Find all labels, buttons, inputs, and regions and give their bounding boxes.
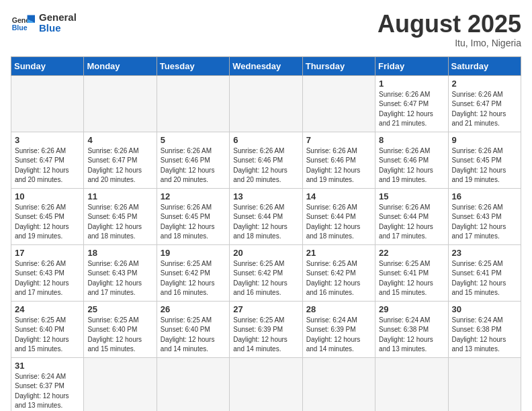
calendar-cell xyxy=(230,75,302,132)
calendar-cell: 22Sunrise: 6:25 AM Sunset: 6:41 PM Dayli… xyxy=(375,244,448,301)
calendar-cell xyxy=(302,75,375,132)
calendar-cell: 18Sunrise: 6:26 AM Sunset: 6:43 PM Dayli… xyxy=(84,244,157,301)
day-info: Sunrise: 6:25 AM Sunset: 6:42 PM Dayligh… xyxy=(233,259,298,298)
day-info: Sunrise: 6:26 AM Sunset: 6:45 PM Dayligh… xyxy=(87,203,152,242)
day-number: 30 xyxy=(452,304,517,314)
calendar-cell: 11Sunrise: 6:26 AM Sunset: 6:45 PM Dayli… xyxy=(84,188,157,244)
day-info: Sunrise: 6:26 AM Sunset: 6:47 PM Dayligh… xyxy=(87,146,152,185)
day-number: 24 xyxy=(15,304,80,314)
calendar-cell: 21Sunrise: 6:25 AM Sunset: 6:42 PM Dayli… xyxy=(302,244,375,301)
header-tuesday: Tuesday xyxy=(157,56,229,75)
day-number: 2 xyxy=(452,79,517,89)
calendar-cell: 28Sunrise: 6:24 AM Sunset: 6:39 PM Dayli… xyxy=(302,301,375,357)
calendar-cell xyxy=(11,75,84,132)
calendar-cell: 17Sunrise: 6:26 AM Sunset: 6:43 PM Dayli… xyxy=(11,244,84,301)
day-info: Sunrise: 6:26 AM Sunset: 6:45 PM Dayligh… xyxy=(15,203,80,242)
day-number: 7 xyxy=(306,135,371,145)
calendar-cell: 20Sunrise: 6:25 AM Sunset: 6:42 PM Dayli… xyxy=(230,244,302,301)
day-info: Sunrise: 6:26 AM Sunset: 6:46 PM Dayligh… xyxy=(379,146,444,185)
calendar-cell xyxy=(375,357,448,411)
logo: General Blue General Blue xyxy=(11,11,77,35)
day-info: Sunrise: 6:25 AM Sunset: 6:42 PM Dayligh… xyxy=(161,259,226,298)
header-sunday: Sunday xyxy=(11,56,84,75)
calendar-cell: 3Sunrise: 6:26 AM Sunset: 6:47 PM Daylig… xyxy=(11,132,84,188)
title-area: August 2025 Itu, Imo, Nigeria xyxy=(378,11,521,48)
day-info: Sunrise: 6:24 AM Sunset: 6:39 PM Dayligh… xyxy=(306,316,371,355)
day-info: Sunrise: 6:25 AM Sunset: 6:40 PM Dayligh… xyxy=(15,316,80,355)
calendar-cell xyxy=(302,357,375,411)
calendar-cell xyxy=(230,357,302,411)
calendar-header: SundayMondayTuesdayWednesdayThursdayFrid… xyxy=(11,56,521,75)
day-info: Sunrise: 6:26 AM Sunset: 6:47 PM Dayligh… xyxy=(379,90,444,129)
calendar-cell: 7Sunrise: 6:26 AM Sunset: 6:46 PM Daylig… xyxy=(302,132,375,188)
day-info: Sunrise: 6:26 AM Sunset: 6:46 PM Dayligh… xyxy=(306,146,371,185)
day-info: Sunrise: 6:24 AM Sunset: 6:37 PM Dayligh… xyxy=(15,372,80,411)
day-number: 19 xyxy=(161,248,226,258)
day-number: 3 xyxy=(15,135,80,145)
calendar-cell: 29Sunrise: 6:24 AM Sunset: 6:38 PM Dayli… xyxy=(375,301,448,357)
day-info: Sunrise: 6:25 AM Sunset: 6:41 PM Dayligh… xyxy=(379,259,444,298)
calendar-cell: 6Sunrise: 6:26 AM Sunset: 6:46 PM Daylig… xyxy=(230,132,302,188)
calendar-cell: 10Sunrise: 6:26 AM Sunset: 6:45 PM Dayli… xyxy=(11,188,84,244)
day-info: Sunrise: 6:26 AM Sunset: 6:44 PM Dayligh… xyxy=(306,203,371,242)
calendar-cell: 15Sunrise: 6:26 AM Sunset: 6:44 PM Dayli… xyxy=(375,188,448,244)
day-number: 6 xyxy=(233,135,298,145)
day-info: Sunrise: 6:26 AM Sunset: 6:45 PM Dayligh… xyxy=(452,146,517,185)
day-info: Sunrise: 6:26 AM Sunset: 6:43 PM Dayligh… xyxy=(15,259,80,298)
calendar-cell: 23Sunrise: 6:25 AM Sunset: 6:41 PM Dayli… xyxy=(448,244,521,301)
header-wednesday: Wednesday xyxy=(230,56,302,75)
day-number: 11 xyxy=(87,191,152,201)
calendar-cell: 4Sunrise: 6:26 AM Sunset: 6:47 PM Daylig… xyxy=(84,132,157,188)
calendar-cell xyxy=(448,357,521,411)
day-number: 28 xyxy=(306,304,371,314)
day-info: Sunrise: 6:25 AM Sunset: 6:40 PM Dayligh… xyxy=(87,316,152,355)
calendar-cell: 27Sunrise: 6:25 AM Sunset: 6:39 PM Dayli… xyxy=(230,301,302,357)
calendar-cell: 25Sunrise: 6:25 AM Sunset: 6:40 PM Dayli… xyxy=(84,301,157,357)
calendar-cell xyxy=(157,75,229,132)
day-number: 9 xyxy=(452,135,517,145)
day-number: 1 xyxy=(379,79,444,89)
svg-text:Blue: Blue xyxy=(12,24,28,32)
day-info: Sunrise: 6:25 AM Sunset: 6:41 PM Dayligh… xyxy=(452,259,517,298)
calendar-cell: 2Sunrise: 6:26 AM Sunset: 6:47 PM Daylig… xyxy=(448,75,521,132)
day-number: 20 xyxy=(233,248,298,258)
day-info: Sunrise: 6:26 AM Sunset: 6:43 PM Dayligh… xyxy=(87,259,152,298)
day-info: Sunrise: 6:24 AM Sunset: 6:38 PM Dayligh… xyxy=(379,316,444,355)
day-number: 14 xyxy=(306,191,371,201)
calendar-cell: 5Sunrise: 6:26 AM Sunset: 6:46 PM Daylig… xyxy=(157,132,229,188)
day-number: 29 xyxy=(379,304,444,314)
header-thursday: Thursday xyxy=(302,56,375,75)
day-info: Sunrise: 6:26 AM Sunset: 6:45 PM Dayligh… xyxy=(161,203,226,242)
calendar-cell xyxy=(157,357,229,411)
day-info: Sunrise: 6:25 AM Sunset: 6:40 PM Dayligh… xyxy=(161,316,226,355)
day-number: 15 xyxy=(379,191,444,201)
calendar-cell: 30Sunrise: 6:24 AM Sunset: 6:38 PM Dayli… xyxy=(448,301,521,357)
calendar-cell: 24Sunrise: 6:25 AM Sunset: 6:40 PM Dayli… xyxy=(11,301,84,357)
day-number: 25 xyxy=(87,304,152,314)
logo-icon: General Blue xyxy=(11,11,35,35)
calendar-cell: 19Sunrise: 6:25 AM Sunset: 6:42 PM Dayli… xyxy=(157,244,229,301)
day-info: Sunrise: 6:26 AM Sunset: 6:47 PM Dayligh… xyxy=(15,146,80,185)
day-number: 21 xyxy=(306,248,371,258)
calendar-cell: 13Sunrise: 6:26 AM Sunset: 6:44 PM Dayli… xyxy=(230,188,302,244)
day-number: 26 xyxy=(161,304,226,314)
day-info: Sunrise: 6:26 AM Sunset: 6:46 PM Dayligh… xyxy=(233,146,298,185)
day-number: 27 xyxy=(233,304,298,314)
day-info: Sunrise: 6:26 AM Sunset: 6:46 PM Dayligh… xyxy=(161,146,226,185)
calendar-cell: 14Sunrise: 6:26 AM Sunset: 6:44 PM Dayli… xyxy=(302,188,375,244)
calendar-cell xyxy=(84,357,157,411)
day-info: Sunrise: 6:25 AM Sunset: 6:42 PM Dayligh… xyxy=(306,259,371,298)
calendar-cell: 31Sunrise: 6:24 AM Sunset: 6:37 PM Dayli… xyxy=(11,357,84,411)
calendar-cell: 26Sunrise: 6:25 AM Sunset: 6:40 PM Dayli… xyxy=(157,301,229,357)
calendar-cell: 8Sunrise: 6:26 AM Sunset: 6:46 PM Daylig… xyxy=(375,132,448,188)
day-number: 10 xyxy=(15,191,80,201)
day-number: 16 xyxy=(452,191,517,201)
calendar-title: August 2025 xyxy=(378,11,521,38)
calendar-subtitle: Itu, Imo, Nigeria xyxy=(378,38,521,48)
header-monday: Monday xyxy=(84,56,157,75)
day-number: 22 xyxy=(379,248,444,258)
day-info: Sunrise: 6:26 AM Sunset: 6:44 PM Dayligh… xyxy=(233,203,298,242)
day-info: Sunrise: 6:26 AM Sunset: 6:47 PM Dayligh… xyxy=(452,90,517,129)
day-number: 31 xyxy=(15,361,80,371)
day-number: 18 xyxy=(87,248,152,258)
